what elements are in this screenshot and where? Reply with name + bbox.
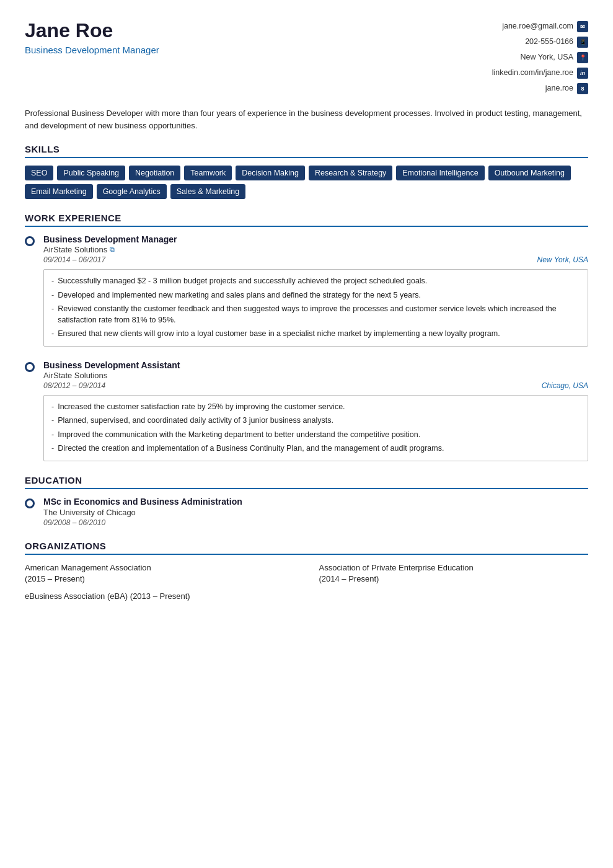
entry-content: Business Development AssistantAirState S… <box>43 360 588 461</box>
date-range: 08/2012 – 09/2014 <box>43 381 105 390</box>
external-link-icon[interactable]: ⧉ <box>110 246 115 254</box>
portfolio-row: jane.roe 8 <box>492 81 588 96</box>
job-location: New York, USA <box>537 255 588 264</box>
skill-badge: Emotional Intelligence <box>396 166 484 180</box>
skill-badge: Research & Strategy <box>309 166 392 180</box>
bullet-text: Successfully managed $2 - 3 million budg… <box>58 276 427 287</box>
bullet-text: Ensured that new clients will grow into … <box>58 329 500 340</box>
skill-badge: Sales & Marketing <box>170 184 245 199</box>
organizations-grid: American Management Association(2015 – P… <box>25 562 588 603</box>
header-left: Jane Roe Business Development Manager <box>25 19 159 55</box>
bullet-text: Improved the communication with the Mark… <box>58 430 420 441</box>
org-name: Association of Private Enterprise Educat… <box>319 563 474 572</box>
job-title: Business Development Assistant <box>43 360 588 370</box>
org-item: Association of Private Enterprise Educat… <box>319 562 589 585</box>
bullet-dash: - <box>51 402 54 413</box>
header-contact: jane.roe@gmail.com ✉ 202-555-0166 📱 New … <box>492 19 588 96</box>
candidate-name: Jane Roe <box>25 19 159 42</box>
dot-icon <box>25 362 35 372</box>
organizations-section: ORGANIZATIONS American Management Associ… <box>25 541 588 603</box>
work-entries-container: Business Development ManagerAirState Sol… <box>25 234 588 461</box>
location-icon: 📍 <box>577 52 588 63</box>
location-row: New York, USA 📍 <box>492 50 588 65</box>
date-location-row: 09/2014 – 06/2017New York, USA <box>43 255 588 264</box>
bullet-dash: - <box>51 430 54 441</box>
skill-badge: Google Analytics <box>97 184 167 199</box>
date-range: 09/2014 – 06/2017 <box>43 255 105 264</box>
bullet-item: -Increased the customer satisfaction rat… <box>51 402 580 413</box>
bullet-item: -Improved the communication with the Mar… <box>51 430 580 441</box>
email-text: jane.roe@gmail.com <box>502 19 573 34</box>
bullet-item: -Successfully managed $2 - 3 million bud… <box>51 276 580 287</box>
summary-text: Professional Business Developer with mor… <box>25 108 582 130</box>
education-section: EDUCATION MSc in Economics and Business … <box>25 475 588 527</box>
edu-school: The University of Chicago <box>43 508 242 517</box>
email-icon: ✉ <box>577 21 588 32</box>
education-entry: MSc in Economics and Business Administra… <box>25 497 588 527</box>
bullet-box: -Successfully managed $2 - 3 million bud… <box>43 269 588 347</box>
linkedin-row: linkedin.com/in/jane.roe in <box>492 65 588 81</box>
phone-text: 202-555-0166 <box>525 34 573 50</box>
job-location: Chicago, USA <box>542 381 588 390</box>
bullet-text: Directed the creation and implementation… <box>58 443 444 454</box>
bullet-item: -Reviewed constantly the customer feedba… <box>51 304 580 326</box>
email-row: jane.roe@gmail.com ✉ <box>492 19 588 34</box>
bullet-text: Developed and implemented new marketing … <box>58 290 421 301</box>
entry-content: Business Development ManagerAirState Sol… <box>43 234 588 347</box>
skill-badge: Public Speaking <box>57 166 125 180</box>
bullet-dash: - <box>51 290 54 301</box>
company-name: AirState Solutions <box>43 371 588 380</box>
org-years: (2014 – Present) <box>319 574 379 583</box>
bullet-dash: - <box>51 415 54 427</box>
org-item: eBusiness Association (eBA) (2013 – Pres… <box>25 591 588 602</box>
linkedin-icon: in <box>577 68 588 79</box>
bullet-item: -Directed the creation and implementatio… <box>51 443 580 454</box>
organizations-title: ORGANIZATIONS <box>25 541 588 555</box>
resume-header: Jane Roe Business Development Manager ja… <box>25 19 588 96</box>
skill-badge: SEO <box>25 166 53 180</box>
bullet-item: -Ensured that new clients will grow into… <box>51 329 580 340</box>
skills-container: SEOPublic SpeakingNegotiationTeamworkDec… <box>25 166 588 199</box>
skill-badge: Teamwork <box>184 166 232 180</box>
edu-content: MSc in Economics and Business Administra… <box>43 497 242 527</box>
dot-icon <box>25 236 35 246</box>
work-experience-section: WORK EXPERIENCE Business Development Man… <box>25 213 588 461</box>
skill-badge: Email Marketing <box>25 184 93 199</box>
timeline-dot <box>25 234 35 347</box>
portfolio-text: jane.roe <box>545 81 573 96</box>
edu-date: 09/2008 – 06/2010 <box>43 518 242 527</box>
edu-timeline-dot <box>25 497 35 527</box>
phone-row: 202-555-0166 📱 <box>492 34 588 50</box>
date-location-row: 08/2012 – 09/2014Chicago, USA <box>43 381 588 390</box>
bullet-dash: - <box>51 329 54 340</box>
edu-dot-icon <box>25 498 35 508</box>
timeline-dot <box>25 360 35 461</box>
experience-entry: Business Development AssistantAirState S… <box>25 360 588 461</box>
skills-section-title: SKILLS <box>25 144 588 158</box>
experience-entry: Business Development ManagerAirState Sol… <box>25 234 588 347</box>
bullet-text: Increased the customer satisfaction rate… <box>58 402 345 413</box>
company-name: AirState Solutions⧉ <box>43 245 588 254</box>
education-title: EDUCATION <box>25 475 588 489</box>
phone-icon: 📱 <box>577 37 588 48</box>
portfolio-icon: 8 <box>577 83 588 94</box>
bullet-dash: - <box>51 276 54 287</box>
bullet-box: -Increased the customer satisfaction rat… <box>43 395 588 461</box>
org-name: American Management Association <box>25 563 151 572</box>
summary-section: Professional Business Developer with mor… <box>25 107 588 131</box>
skill-badge: Negotiation <box>129 166 180 180</box>
work-experience-title: WORK EXPERIENCE <box>25 213 588 227</box>
org-years: (2015 – Present) <box>25 574 85 583</box>
bullet-dash: - <box>51 304 54 326</box>
bullet-dash: - <box>51 443 54 454</box>
candidate-title: Business Development Manager <box>25 45 159 55</box>
bullet-text: Reviewed constantly the customer feedbac… <box>58 304 580 326</box>
job-title: Business Development Manager <box>43 234 588 244</box>
bullet-item: -Planned, supervised, and coordinated da… <box>51 415 580 427</box>
skill-badge: Decision Making <box>236 166 305 180</box>
education-entries-container: MSc in Economics and Business Administra… <box>25 497 588 527</box>
location-text: New York, USA <box>521 50 573 65</box>
skills-section: SKILLS SEOPublic SpeakingNegotiationTeam… <box>25 144 588 199</box>
linkedin-text: linkedin.com/in/jane.roe <box>492 65 573 81</box>
edu-degree: MSc in Economics and Business Administra… <box>43 497 242 507</box>
